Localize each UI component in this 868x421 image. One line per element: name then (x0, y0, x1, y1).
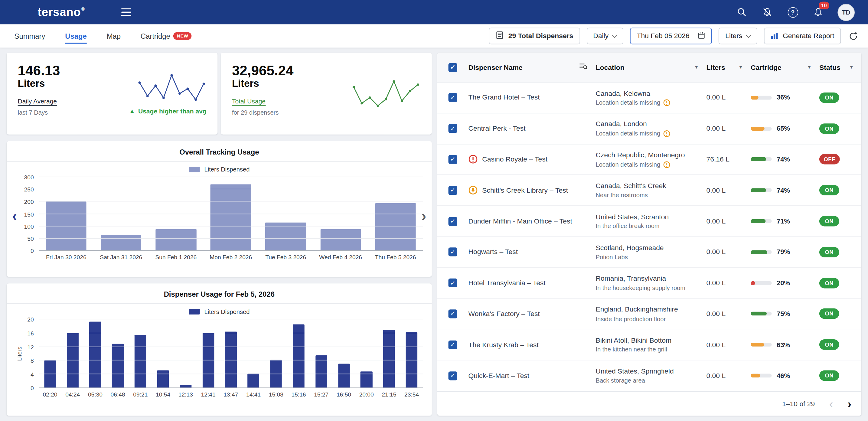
row-checkbox[interactable]: ✓ (448, 93, 457, 102)
table-row[interactable]: ✓ Quick-E-Mart – Test United States, Spr… (437, 361, 861, 391)
daily-average-card: 146.13 Liters Daily Average last 7 Days … (7, 53, 217, 134)
header-dispenser-name[interactable]: Dispenser Name (468, 63, 595, 72)
table-row[interactable]: ✓ The Grand Hotel – Test Canada, Kelowna… (437, 83, 861, 113)
status-badge: ON (819, 92, 839, 103)
next-page-button[interactable]: › (847, 398, 851, 410)
liters-value: 0.00 L (707, 310, 751, 318)
header-location[interactable]: Location▼ (595, 63, 706, 71)
tab-summary[interactable]: Summary (14, 26, 45, 46)
table-row[interactable]: ✓ Central Perk - Test Canada, London Loc… (437, 113, 861, 144)
alerts-muted-bell-icon[interactable] (761, 6, 773, 18)
period-select[interactable]: Daily (586, 28, 623, 44)
trend-up-icon: ▲ (129, 109, 135, 114)
location-subtext: Location details missing (595, 99, 660, 106)
location-text: England, Buckinghamshire (595, 305, 706, 314)
table-row[interactable]: ✓ Hogwarts – Test Scotland, Hogsmeade Po… (437, 237, 861, 268)
tab-map[interactable]: Map (107, 26, 121, 46)
tab-bar: Summary Usage Map CartridgeNEW (14, 26, 192, 46)
select-all-checkbox[interactable]: ✓ (448, 63, 457, 72)
notifications-bell-icon[interactable]: 10 (812, 6, 824, 18)
cartridge-bar (751, 343, 772, 347)
date-picker[interactable]: Thu Feb 05 2026 (630, 28, 712, 44)
row-checkbox[interactable]: ✓ (448, 248, 457, 257)
filter-caret-icon: ▼ (849, 65, 854, 69)
cartridge-percent: 71% (777, 217, 790, 225)
menu-icon[interactable] (121, 8, 131, 16)
topbar: tersano® ? 10 TD (0, 0, 868, 25)
row-checkbox[interactable]: ✓ (448, 186, 457, 195)
cartridge-percent: 46% (777, 372, 790, 380)
dispenser-name: The Grand Hotel – Test (468, 94, 539, 101)
status-badge: ON (819, 247, 839, 258)
table-row[interactable]: ✓ Wonka's Factory – Test England, Buckin… (437, 299, 861, 330)
liters-value: 0.00 L (707, 248, 751, 256)
chart-bar (157, 370, 169, 388)
status-badge: ON (819, 370, 839, 381)
liters-value: 0.00 L (707, 372, 751, 380)
location-text: Scotland, Hogsmeade (595, 243, 706, 252)
liters-value: 0.00 L (707, 186, 751, 194)
chart-bar (90, 322, 101, 388)
tab-cartridge[interactable]: CartridgeNEW (141, 26, 192, 46)
prev-page-button[interactable]: ‹ (829, 398, 833, 410)
chevron-down-icon (612, 32, 618, 38)
bell-alert-icon (468, 186, 477, 195)
bars (39, 320, 423, 388)
chart-bar (211, 184, 251, 251)
plot-area (39, 177, 423, 251)
cartridge-bar (751, 281, 772, 285)
table-header: ✓ Dispenser Name Location▼ Liters▼ Cartr… (437, 53, 861, 83)
table-row[interactable]: ✓ The Krusty Krab – Test Bikini Atoll, B… (437, 330, 861, 361)
usage-trend: ▲ Usage higher than avg (129, 108, 207, 115)
row-checkbox[interactable]: ✓ (448, 340, 457, 349)
y-axis: 050100150200250300 (16, 177, 39, 251)
location-text: Canada, Kelowna (595, 89, 706, 98)
search-list-icon[interactable] (579, 63, 588, 72)
row-checkbox[interactable]: ✓ (448, 155, 457, 163)
status-badge: ON (819, 123, 839, 134)
location-text: Canada, Schitt's Creek (595, 181, 706, 190)
search-icon[interactable] (736, 6, 748, 18)
content: 146.13 Liters Daily Average last 7 Days … (0, 48, 868, 421)
header-status[interactable]: Status▼ (819, 63, 861, 71)
chart-prev-button[interactable]: ‹ (12, 209, 17, 223)
table-row[interactable]: ✓ Hotel Transylvania – Test Romania, Tra… (437, 268, 861, 299)
right-column: ✓ Dispenser Name Location▼ Liters▼ Cartr… (437, 53, 861, 416)
tab-usage[interactable]: Usage (65, 26, 87, 46)
chart-next-button[interactable]: › (422, 209, 427, 223)
error-alert-icon (468, 155, 477, 164)
legend-swatch (189, 167, 200, 172)
liters-value: 0.00 L (707, 125, 751, 132)
avatar[interactable]: TD (837, 4, 855, 21)
cartridge-bar (751, 250, 772, 254)
row-checkbox[interactable]: ✓ (448, 217, 457, 225)
row-checkbox[interactable]: ✓ (448, 371, 457, 380)
location-text: United States, Scranton (595, 213, 706, 222)
cartridge-percent: 75% (777, 310, 790, 318)
location-subtext: Location details missing (595, 161, 660, 168)
status-badge: ON (819, 339, 839, 350)
header-cartridge[interactable]: Cartridge▼ (751, 63, 819, 71)
header-liters[interactable]: Liters▼ (707, 63, 751, 71)
row-checkbox[interactable]: ✓ (448, 124, 457, 133)
refresh-icon[interactable] (847, 31, 859, 40)
filter-caret-icon: ▼ (739, 65, 743, 69)
table-row[interactable]: ✓ Dunder Mifflin - Main Office – Test Un… (437, 206, 861, 237)
generate-report-button[interactable]: Generate Report (764, 28, 841, 44)
chart-bar (156, 229, 196, 251)
row-checkbox[interactable]: ✓ (448, 309, 457, 318)
chart-bar (112, 344, 124, 388)
status-badge: ON (819, 308, 839, 319)
row-checkbox[interactable]: ✓ (448, 278, 457, 287)
status-badge: ON (819, 216, 839, 227)
location-subtext: Back storage area (595, 377, 645, 384)
total-dispensers-button[interactable]: 29 Total Dispensers (489, 28, 580, 44)
help-icon[interactable]: ? (787, 6, 799, 18)
table-body: ✓ The Grand Hotel – Test Canada, Kelowna… (437, 83, 861, 391)
status-badge: ON (819, 278, 839, 288)
table-row[interactable]: ✓ Schitt's Creek Library – Test Canada, … (437, 175, 861, 206)
unit-select[interactable]: Liters (719, 28, 757, 44)
chart-bar (383, 330, 395, 388)
table-row[interactable]: ✓ Casino Royale – Test Czech Republic, M… (437, 144, 861, 175)
cartridge-bar (751, 219, 772, 223)
